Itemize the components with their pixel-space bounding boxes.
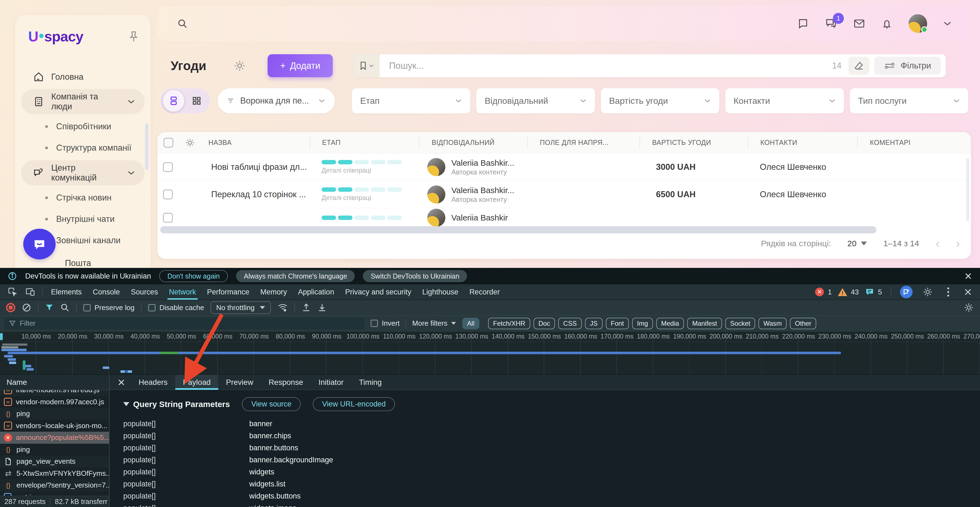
query-param-row[interactable]: populate[] widgets.buttons — [110, 490, 980, 502]
request-row[interactable]: page_view_events — [0, 456, 109, 467]
type-filter-pill[interactable]: Manifest — [687, 318, 722, 329]
bell-icon[interactable] — [881, 18, 892, 29]
deal-name[interactable]: Переклад 10 сторінок ... — [173, 189, 310, 199]
request-row[interactable]: metrics — [0, 491, 109, 496]
view-source-button[interactable]: View source — [242, 397, 301, 411]
export-har-icon[interactable] — [317, 303, 327, 312]
horizontal-scrollbar[interactable] — [160, 226, 877, 234]
filter-dropdown[interactable]: Вартість угоди — [601, 88, 719, 113]
name-column-header[interactable]: Name — [0, 375, 109, 390]
type-filter-pill[interactable]: Wasm — [759, 318, 787, 329]
preserve-log-checkbox[interactable]: Preserve log — [83, 304, 134, 312]
waterfall-overview[interactable] — [0, 342, 980, 375]
column-header[interactable]: НАЗВА — [208, 138, 232, 146]
type-filter-pill[interactable]: Img — [632, 318, 653, 329]
stage-progress[interactable]: Деталі співпраці — [310, 160, 402, 174]
tab-console[interactable]: Console — [88, 284, 126, 300]
inspect-icon[interactable] — [4, 287, 21, 297]
type-filter-pill[interactable]: Fetch/XHR — [488, 318, 530, 329]
sidebar-item-company[interactable]: Компанія та люди — [21, 89, 145, 114]
sidebar-item-structure[interactable]: Структура компанії — [15, 137, 151, 159]
issues-count[interactable]: 5 — [865, 288, 882, 296]
rows-per-page-select[interactable]: 20 — [848, 239, 867, 248]
tab-privacy[interactable]: Privacy and security — [340, 284, 417, 300]
type-filter-pill[interactable]: Socket — [725, 318, 755, 329]
invert-checkbox[interactable]: Invert — [371, 319, 399, 327]
import-har-icon[interactable] — [302, 303, 311, 312]
warning-count[interactable]: !43 — [838, 288, 859, 296]
uspacy-logo[interactable]: U spacy — [28, 28, 83, 45]
tab-memory[interactable]: Memory — [255, 284, 293, 300]
tab-preview[interactable]: Preview — [218, 375, 261, 390]
row-checkbox[interactable] — [163, 162, 173, 172]
type-filter-pill[interactable]: Other — [790, 318, 816, 329]
record-button[interactable] — [6, 303, 15, 312]
search-icon[interactable] — [177, 18, 188, 29]
network-settings-gear-icon[interactable] — [964, 302, 974, 313]
request-row[interactable]: ‹›frame-modern.97fa7e6d.js — [0, 390, 109, 396]
column-header[interactable]: КОНТАКТИ — [748, 137, 857, 149]
kebab-menu-icon[interactable] — [943, 287, 954, 297]
query-param-row[interactable]: populate[] banner.chips — [110, 430, 980, 442]
device-toolbar-icon[interactable] — [21, 287, 40, 297]
feedback-icon[interactable] — [797, 18, 809, 29]
funnel-select[interactable]: Воронка для пе... — [218, 88, 335, 113]
grid-view-button[interactable] — [186, 90, 207, 112]
filters-button[interactable]: Фільтри — [874, 57, 941, 75]
vertical-scrollbar[interactable] — [966, 158, 969, 221]
request-row[interactable]: {}ping — [0, 444, 109, 456]
table-row[interactable]: Переклад 10 сторінок ... Деталі співпрац… — [158, 181, 971, 208]
list-view-button[interactable] — [163, 90, 185, 112]
column-header[interactable]: ЕТАП — [310, 137, 419, 149]
profile-chevron-icon[interactable] — [943, 21, 952, 26]
tab-network[interactable]: Network — [164, 284, 202, 300]
network-conditions-icon[interactable] — [277, 303, 288, 312]
owner-name[interactable]: Valeriia Bashkir... — [451, 158, 514, 168]
row-checkbox[interactable] — [163, 213, 173, 223]
query-param-row[interactable]: populate[] banner.backgroundImage — [110, 454, 980, 466]
devtools-close-icon[interactable] — [960, 288, 976, 296]
query-param-row[interactable]: populate[] banner.buttons — [110, 442, 980, 454]
tab-elements[interactable]: Elements — [46, 284, 88, 300]
type-filter-pill[interactable]: Font — [606, 318, 629, 329]
settings-gear-icon[interactable] — [919, 287, 937, 297]
type-filter-pill[interactable]: Doc — [533, 318, 555, 329]
stage-progress[interactable] — [310, 216, 402, 220]
switch-language-button[interactable]: Switch DevTools to Ukrainian — [363, 270, 467, 282]
column-header[interactable]: ВАРТІСТЬ УГОДИ — [640, 137, 748, 149]
request-row[interactable]: ⇄5-XtwSxmVFNYkYBOfFyms... — [0, 467, 109, 480]
tab-lighthouse[interactable]: Lighthouse — [417, 284, 464, 300]
filter-input[interactable] — [20, 319, 360, 327]
type-filter-pill[interactable]: Media — [656, 318, 684, 329]
clear-search-button[interactable] — [848, 57, 869, 75]
query-param-row[interactable]: populate[] banner — [110, 418, 980, 430]
sidebar-item-home[interactable]: Головна — [21, 67, 145, 87]
filter-toggle-icon[interactable] — [45, 303, 54, 312]
sidebar-item-employees[interactable]: Співробітники — [15, 116, 151, 137]
request-row[interactable]: ‹›vendor-modern.997acec0.js — [0, 396, 109, 408]
chats-icon[interactable]: 1 — [825, 18, 837, 29]
owner-name[interactable]: Valeriia Bashkir... — [451, 185, 514, 195]
add-deal-button[interactable]: + Додати — [267, 54, 333, 77]
request-row[interactable]: {}envelope/?sentry_version=7... — [0, 479, 109, 491]
settings-gear-icon[interactable] — [234, 60, 246, 72]
filter-dropdown[interactable]: Відповідальний — [476, 88, 595, 113]
query-string-section-title[interactable]: Query String Parameters — [123, 400, 230, 409]
close-detail-icon[interactable] — [112, 378, 131, 386]
sidebar-item-internal-chats[interactable]: Внутрішні чати — [15, 208, 151, 230]
column-header[interactable]: ПОЛЕ ДЛЯ НАПРЯ... — [527, 137, 640, 149]
request-row-selected[interactable]: ✕announce?populate%5B%5... — [0, 432, 109, 444]
sidebar-item-comms-center[interactable]: Центр комунікацій — [21, 160, 145, 186]
banner-close-icon[interactable] — [964, 272, 972, 280]
deal-contact[interactable]: Олеся Шевченко — [748, 162, 826, 172]
columns-gear-icon[interactable] — [185, 138, 195, 148]
tab-headers[interactable]: Headers — [131, 375, 175, 390]
tab-timing[interactable]: Timing — [352, 375, 390, 390]
match-language-button[interactable]: Always match Chrome's language — [236, 270, 355, 282]
type-filter-pill[interactable]: JS — [585, 318, 603, 329]
more-filters-button[interactable]: More filters — [412, 319, 456, 327]
tab-payload[interactable]: Payload — [175, 375, 218, 390]
tab-application[interactable]: Application — [293, 284, 340, 300]
type-filter-all[interactable]: All — [462, 318, 480, 329]
column-header[interactable]: ВІДПОВІДАЛЬНИЙ — [419, 137, 527, 149]
